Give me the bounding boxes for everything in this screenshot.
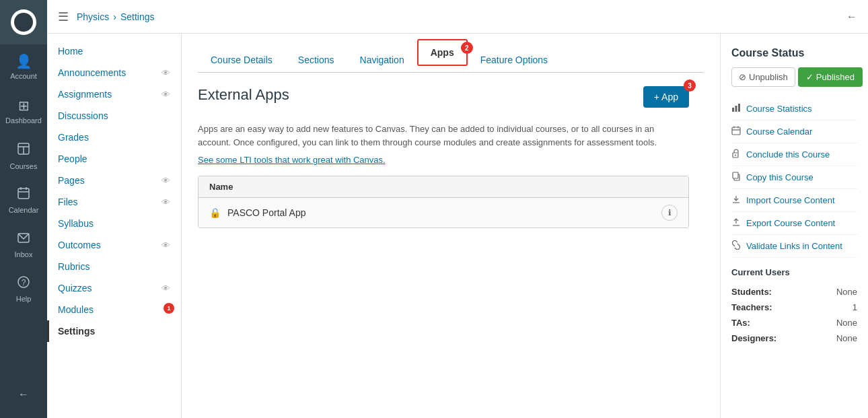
nav-modules[interactable]: Modules 1 <box>47 299 181 320</box>
breadcrumb-course-link[interactable]: Physics <box>77 11 109 22</box>
courses-icon <box>16 141 31 160</box>
course-calendar-icon <box>731 126 741 137</box>
help-label: Help <box>16 295 32 303</box>
add-app-button[interactable]: + App <box>643 86 689 108</box>
nav-item-courses[interactable]: Courses <box>0 133 47 178</box>
add-app-badge: 3 <box>684 79 696 92</box>
nav-outcomes[interactable]: Outcomes 👁 <box>47 234 181 256</box>
unpublish-button[interactable]: ⊘ Unpublish <box>731 67 795 87</box>
svg-rect-3 <box>18 188 29 199</box>
unpublish-icon: ⊘ <box>739 72 746 82</box>
import-course-action[interactable]: Import Course Content <box>731 189 857 212</box>
right-sidebar: Course Status ⊘ Unpublish ✓ Published Co… <box>720 34 868 418</box>
inbox-label: Inbox <box>15 250 33 258</box>
nav-rubrics[interactable]: Rubrics <box>47 256 181 277</box>
courses-label: Courses <box>10 162 38 170</box>
global-nav: 👤 Account ⊞ Dashboard Courses Calendar I… <box>0 0 47 418</box>
inbox-icon <box>17 231 30 248</box>
conclude-course-action[interactable]: Conclude this Course <box>731 143 857 166</box>
course-status-buttons: ⊘ Unpublish ✓ Published <box>731 67 857 87</box>
help-icon: ? <box>17 275 30 292</box>
dashboard-icon: ⊞ <box>18 98 30 114</box>
nav-grades[interactable]: Grades <box>47 127 181 148</box>
validate-links-action[interactable]: Validate Links in Content <box>731 235 857 258</box>
app-lock-icon: 🔒 <box>209 207 221 218</box>
nav-item-inbox[interactable]: Inbox <box>0 222 47 267</box>
svg-rect-12 <box>738 104 740 112</box>
tab-apps[interactable]: Apps <box>417 39 468 66</box>
svg-point-18 <box>735 155 736 156</box>
app-row-pasco: 🔒 PASCO Portal App ℹ <box>198 198 688 228</box>
account-icon: 👤 <box>15 53 32 69</box>
svg-text:?: ? <box>22 278 26 287</box>
canvas-logo[interactable] <box>0 0 47 44</box>
pages-eye-icon: 👁 <box>161 176 170 186</box>
designers-row: Designers: None <box>731 330 857 346</box>
nav-home[interactable]: Home <box>47 40 181 62</box>
export-course-action[interactable]: Export Course Content <box>731 212 857 235</box>
nav-item-calendar[interactable]: Calendar <box>0 178 47 222</box>
tas-row: TAs: None <box>731 315 857 330</box>
breadcrumb-separator: › <box>113 11 116 22</box>
assignments-eye-icon: 👁 <box>161 90 170 100</box>
app-name: PASCO Portal App <box>227 207 305 218</box>
calendar-icon <box>17 186 30 203</box>
settings-tabs: Course Details Sections Navigation Apps … <box>198 47 704 73</box>
top-header: ☰ Physics › Settings ← <box>47 0 868 34</box>
nav-files[interactable]: Files 👁 <box>47 191 181 213</box>
account-label: Account <box>10 72 37 80</box>
export-icon <box>731 217 741 229</box>
nav-pages[interactable]: Pages 👁 <box>47 170 181 191</box>
copy-course-action[interactable]: Copy this Course <box>731 166 857 189</box>
tab-feature-options[interactable]: Feature Options <box>468 47 560 73</box>
svg-rect-20 <box>733 172 738 178</box>
current-users-section: Current Users Students: None Teachers: 1… <box>731 267 857 346</box>
current-users-title: Current Users <box>731 267 857 277</box>
svg-rect-11 <box>735 106 737 112</box>
import-icon <box>731 195 741 206</box>
breadcrumb: Physics › Settings <box>77 11 155 22</box>
files-eye-icon: 👁 <box>161 197 170 207</box>
outcomes-eye-icon: 👁 <box>161 240 170 250</box>
validate-icon <box>731 240 741 252</box>
tab-navigation[interactable]: Navigation <box>347 47 417 73</box>
tab-sections[interactable]: Sections <box>285 47 347 73</box>
calendar-label: Calendar <box>9 206 39 214</box>
tab-course-details[interactable]: Course Details <box>198 47 285 73</box>
course-statistics-action[interactable]: Course Statistics <box>731 98 857 120</box>
conclude-icon <box>731 149 741 160</box>
main-content: Course Details Sections Navigation Apps … <box>182 34 720 418</box>
course-status-title: Course Status <box>731 47 857 59</box>
collapse-nav-button[interactable]: ← <box>0 378 47 411</box>
announcements-eye-icon: 👁 <box>161 68 170 78</box>
nav-assignments[interactable]: Assignments 👁 <box>47 83 181 105</box>
quizzes-eye-icon: 👁 <box>161 283 170 293</box>
teachers-row: Teachers: 1 <box>731 300 857 315</box>
published-check-icon: ✓ <box>806 72 813 82</box>
nav-discussions[interactable]: Discussions <box>47 105 181 127</box>
lti-tools-link[interactable]: See some LTI tools that work great with … <box>198 155 386 165</box>
svg-rect-13 <box>732 127 740 135</box>
svg-rect-10 <box>732 108 734 112</box>
nav-item-dashboard[interactable]: ⊞ Dashboard <box>0 89 47 133</box>
statistics-icon <box>731 103 741 114</box>
nav-announcements[interactable]: Announcements 👁 <box>47 62 181 83</box>
apps-tab-badge: 2 <box>461 42 473 54</box>
students-row: Students: None <box>731 284 857 300</box>
published-button[interactable]: ✓ Published <box>798 67 863 87</box>
external-apps-title: External Apps <box>198 86 289 104</box>
collapse-sidebar-button[interactable]: ← <box>846 11 857 23</box>
nav-item-help[interactable]: ? Help <box>0 267 47 311</box>
nav-item-account[interactable]: 👤 Account <box>0 44 47 89</box>
nav-quizzes[interactable]: Quizzes 👁 <box>47 277 181 299</box>
apps-table-header: Name <box>198 176 688 198</box>
copy-icon <box>731 172 741 183</box>
nav-syllabus[interactable]: Syllabus <box>47 213 181 234</box>
hamburger-menu[interactable]: ☰ <box>58 9 69 24</box>
dashboard-label: Dashboard <box>5 116 42 125</box>
collapse-nav-icon: ← <box>18 388 29 400</box>
nav-settings[interactable]: Settings <box>47 320 181 342</box>
nav-people[interactable]: People <box>47 148 181 170</box>
app-info-button[interactable]: ℹ <box>661 205 678 221</box>
course-calendar-action[interactable]: Course Calendar <box>731 120 857 143</box>
